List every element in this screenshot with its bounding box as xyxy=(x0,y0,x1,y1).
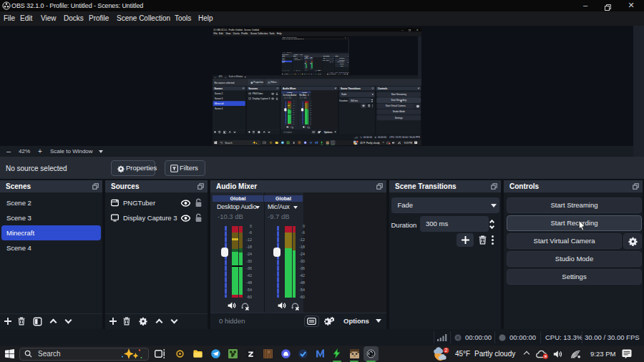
svg-text:2: 2 xyxy=(445,348,448,353)
